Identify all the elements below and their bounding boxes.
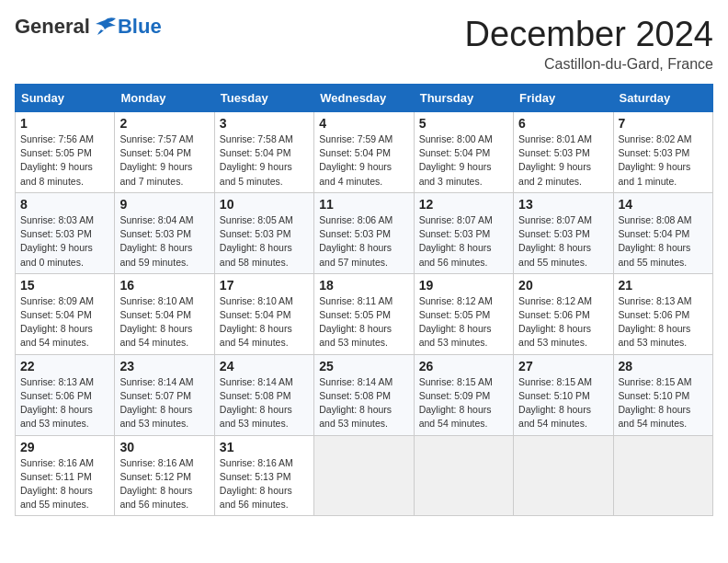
calendar-cell: [613, 435, 712, 516]
calendar-cell: 3Sunrise: 7:58 AM Sunset: 5:04 PM Daylig…: [214, 112, 313, 193]
day-number: 14: [619, 197, 708, 212]
calendar-week-row: 8Sunrise: 8:03 AM Sunset: 5:03 PM Daylig…: [16, 192, 713, 273]
calendar-cell: 20Sunrise: 8:12 AM Sunset: 5:06 PM Dayli…: [514, 273, 613, 354]
day-number: 18: [319, 278, 408, 293]
day-info: Sunrise: 8:01 AM Sunset: 5:03 PM Dayligh…: [518, 132, 608, 189]
calendar-cell: 2Sunrise: 7:57 AM Sunset: 5:04 PM Daylig…: [115, 112, 214, 193]
calendar-cell: 5Sunrise: 8:00 AM Sunset: 5:04 PM Daylig…: [414, 112, 513, 193]
day-info: Sunrise: 8:06 AM Sunset: 5:03 PM Dayligh…: [319, 213, 408, 270]
day-info: Sunrise: 8:00 AM Sunset: 5:04 PM Dayligh…: [419, 132, 508, 189]
day-number: 12: [419, 197, 508, 212]
day-info: Sunrise: 8:10 AM Sunset: 5:04 PM Dayligh…: [220, 294, 309, 350]
day-header-monday: Monday: [115, 85, 214, 112]
calendar-cell: 9Sunrise: 8:04 AM Sunset: 5:03 PM Daylig…: [115, 192, 214, 273]
day-number: 6: [518, 116, 608, 131]
day-number: 23: [119, 359, 209, 373]
day-info: Sunrise: 8:05 AM Sunset: 5:03 PM Dayligh…: [220, 213, 309, 270]
day-number: 13: [518, 197, 608, 212]
day-number: 29: [20, 440, 109, 454]
day-info: Sunrise: 8:07 AM Sunset: 5:03 PM Dayligh…: [518, 213, 608, 270]
day-info: Sunrise: 8:09 AM Sunset: 5:04 PM Dayligh…: [20, 294, 109, 350]
calendar-cell: 14Sunrise: 8:08 AM Sunset: 5:04 PM Dayli…: [613, 192, 712, 273]
day-number: 4: [319, 116, 408, 131]
day-info: Sunrise: 7:59 AM Sunset: 5:04 PM Dayligh…: [319, 132, 408, 189]
day-info: Sunrise: 8:02 AM Sunset: 5:03 PM Dayligh…: [619, 132, 708, 189]
day-number: 7: [619, 116, 708, 131]
day-number: 16: [119, 278, 209, 293]
calendar-cell: 19Sunrise: 8:12 AM Sunset: 5:05 PM Dayli…: [414, 273, 513, 354]
day-info: Sunrise: 8:15 AM Sunset: 5:10 PM Dayligh…: [518, 375, 608, 431]
calendar-cell: 21Sunrise: 8:13 AM Sunset: 5:06 PM Dayli…: [613, 273, 712, 354]
calendar-cell: 13Sunrise: 8:07 AM Sunset: 5:03 PM Dayli…: [514, 192, 613, 273]
calendar-cell: 12Sunrise: 8:07 AM Sunset: 5:03 PM Dayli…: [414, 192, 513, 273]
calendar-week-row: 15Sunrise: 8:09 AM Sunset: 5:04 PM Dayli…: [16, 273, 713, 354]
day-header-saturday: Saturday: [613, 85, 712, 112]
calendar-cell: 7Sunrise: 8:02 AM Sunset: 5:03 PM Daylig…: [613, 112, 712, 193]
day-number: 28: [619, 359, 708, 373]
day-number: 8: [20, 197, 109, 212]
calendar-week-row: 29Sunrise: 8:16 AM Sunset: 5:11 PM Dayli…: [16, 435, 713, 516]
day-info: Sunrise: 8:14 AM Sunset: 5:07 PM Dayligh…: [119, 375, 209, 431]
calendar-cell: 22Sunrise: 8:13 AM Sunset: 5:06 PM Dayli…: [16, 354, 115, 435]
day-number: 10: [220, 197, 309, 212]
day-info: Sunrise: 8:10 AM Sunset: 5:04 PM Dayligh…: [119, 294, 209, 350]
calendar-cell: [514, 435, 613, 516]
calendar-cell: 25Sunrise: 8:14 AM Sunset: 5:08 PM Dayli…: [314, 354, 414, 435]
day-number: 11: [319, 197, 408, 212]
day-info: Sunrise: 8:15 AM Sunset: 5:10 PM Dayligh…: [619, 375, 708, 431]
day-info: Sunrise: 8:13 AM Sunset: 5:06 PM Dayligh…: [20, 375, 109, 431]
day-info: Sunrise: 8:11 AM Sunset: 5:05 PM Dayligh…: [319, 294, 408, 350]
calendar-cell: 28Sunrise: 8:15 AM Sunset: 5:10 PM Dayli…: [613, 354, 712, 435]
day-info: Sunrise: 8:13 AM Sunset: 5:06 PM Dayligh…: [619, 294, 708, 350]
calendar-cell: 6Sunrise: 8:01 AM Sunset: 5:03 PM Daylig…: [514, 112, 613, 193]
day-number: 2: [119, 116, 209, 131]
calendar-cell: [414, 435, 513, 516]
day-number: 24: [220, 359, 309, 373]
day-number: 15: [20, 278, 109, 293]
location: Castillon-du-Gard, France: [465, 56, 713, 73]
title-block: December 2024 Castillon-du-Gard, France: [465, 15, 713, 73]
day-info: Sunrise: 8:16 AM Sunset: 5:12 PM Dayligh…: [119, 456, 209, 512]
day-number: 25: [319, 359, 408, 373]
logo-general: General: [15, 15, 90, 39]
day-number: 31: [220, 440, 309, 454]
day-header-friday: Friday: [514, 85, 613, 112]
day-info: Sunrise: 7:58 AM Sunset: 5:04 PM Dayligh…: [220, 132, 309, 189]
logo-bird-icon: [92, 17, 118, 37]
day-number: 27: [518, 359, 608, 373]
day-number: 3: [220, 116, 309, 131]
day-number: 22: [20, 359, 109, 373]
calendar-cell: 11Sunrise: 8:06 AM Sunset: 5:03 PM Dayli…: [314, 192, 414, 273]
calendar-cell: 18Sunrise: 8:11 AM Sunset: 5:05 PM Dayli…: [314, 273, 414, 354]
day-info: Sunrise: 8:14 AM Sunset: 5:08 PM Dayligh…: [220, 375, 309, 431]
calendar-cell: [314, 435, 414, 516]
logo-blue: Blue: [118, 15, 162, 39]
day-info: Sunrise: 7:57 AM Sunset: 5:04 PM Dayligh…: [119, 132, 209, 189]
calendar-cell: 30Sunrise: 8:16 AM Sunset: 5:12 PM Dayli…: [115, 435, 214, 516]
day-number: 9: [119, 197, 209, 212]
calendar-cell: 17Sunrise: 8:10 AM Sunset: 5:04 PM Dayli…: [214, 273, 313, 354]
day-info: Sunrise: 8:14 AM Sunset: 5:08 PM Dayligh…: [319, 375, 408, 431]
calendar-cell: 31Sunrise: 8:16 AM Sunset: 5:13 PM Dayli…: [214, 435, 313, 516]
day-info: Sunrise: 8:16 AM Sunset: 5:13 PM Dayligh…: [220, 456, 309, 512]
day-number: 1: [20, 116, 109, 131]
logo: General Blue: [15, 15, 162, 39]
day-header-tuesday: Tuesday: [214, 85, 313, 112]
day-info: Sunrise: 8:16 AM Sunset: 5:11 PM Dayligh…: [20, 456, 109, 512]
day-number: 17: [220, 278, 309, 293]
calendar-cell: 1Sunrise: 7:56 AM Sunset: 5:05 PM Daylig…: [16, 112, 115, 193]
calendar-cell: 27Sunrise: 8:15 AM Sunset: 5:10 PM Dayli…: [514, 354, 613, 435]
calendar-week-row: 22Sunrise: 8:13 AM Sunset: 5:06 PM Dayli…: [16, 354, 713, 435]
calendar-cell: 8Sunrise: 8:03 AM Sunset: 5:03 PM Daylig…: [16, 192, 115, 273]
day-header-thursday: Thursday: [414, 85, 513, 112]
calendar-cell: 4Sunrise: 7:59 AM Sunset: 5:04 PM Daylig…: [314, 112, 414, 193]
calendar-cell: 26Sunrise: 8:15 AM Sunset: 5:09 PM Dayli…: [414, 354, 513, 435]
day-info: Sunrise: 8:03 AM Sunset: 5:03 PM Dayligh…: [20, 213, 109, 270]
calendar-cell: 24Sunrise: 8:14 AM Sunset: 5:08 PM Dayli…: [214, 354, 313, 435]
calendar-cell: 23Sunrise: 8:14 AM Sunset: 5:07 PM Dayli…: [115, 354, 214, 435]
calendar-cell: 10Sunrise: 8:05 AM Sunset: 5:03 PM Dayli…: [214, 192, 313, 273]
calendar-cell: 29Sunrise: 8:16 AM Sunset: 5:11 PM Dayli…: [16, 435, 115, 516]
calendar-cell: 15Sunrise: 8:09 AM Sunset: 5:04 PM Dayli…: [16, 273, 115, 354]
day-info: Sunrise: 8:04 AM Sunset: 5:03 PM Dayligh…: [119, 213, 209, 270]
day-header-wednesday: Wednesday: [314, 85, 414, 112]
